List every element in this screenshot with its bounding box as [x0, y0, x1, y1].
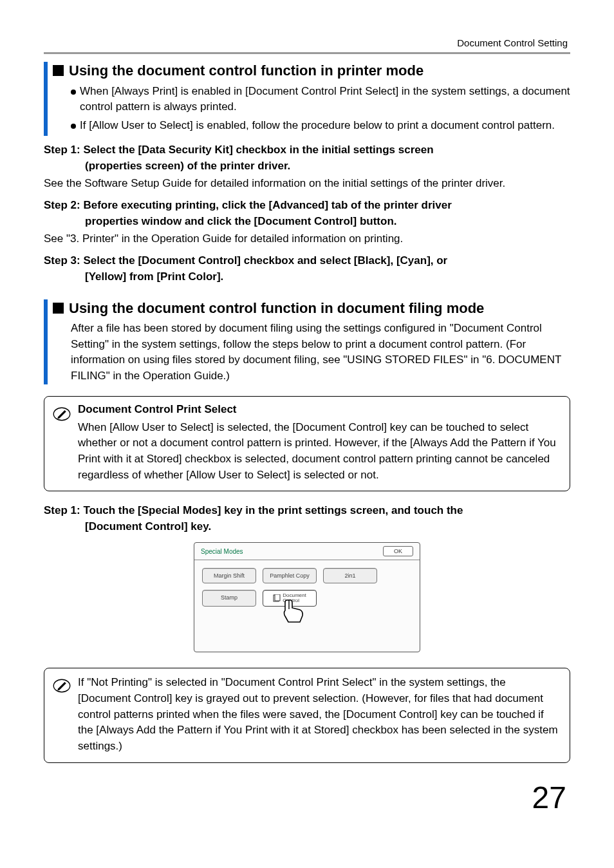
- section2-accent-bar: [44, 299, 48, 384]
- 2in1-button[interactable]: 2in1: [323, 568, 377, 583]
- sec1-step2-text: See "3. Printer" in the Operation Guide …: [44, 231, 570, 247]
- header-section-label: Document Control Setting: [44, 37, 570, 48]
- page-number: 27: [44, 780, 570, 815]
- panel-title: Special Modes: [201, 548, 243, 555]
- section1-bullet-1-text: When [Always Print] is enabled in [Docum…: [80, 84, 570, 115]
- section2-title: Using the document control function in d…: [69, 300, 484, 316]
- ok-button[interactable]: OK: [383, 546, 413, 556]
- section2-heading: Using the document control function in d…: [53, 299, 570, 317]
- note2-text: If "Not Printing" is selected in "Docume…: [78, 675, 561, 754]
- square-bullet-icon: [53, 65, 64, 76]
- sec2-step1-heading: Step 1: Touch the [Special Modes] key in…: [44, 503, 570, 534]
- note1-text: When [Allow User to Select] is selected,…: [78, 420, 561, 484]
- note1-title: Document Control Print Select: [78, 403, 561, 416]
- dot-icon: [71, 124, 76, 129]
- svg-rect-2: [275, 594, 280, 601]
- section1: Using the document control function in p…: [44, 62, 570, 136]
- section1-heading: Using the document control function in p…: [53, 62, 570, 80]
- section1-bullet-1: When [Always Print] is enabled in [Docum…: [71, 84, 570, 115]
- section2: Using the document control function in d…: [44, 299, 570, 384]
- section1-title: Using the document control function in p…: [69, 62, 423, 79]
- pencil-note-icon: [52, 404, 71, 424]
- sec1-step3-heading: Step 3: Select the [Document Control] ch…: [44, 253, 570, 285]
- section1-accent-bar: [44, 62, 48, 136]
- note-box-1: Document Control Print Select When [Allo…: [44, 396, 570, 492]
- note-box-2: If "Not Printing" is selected in "Docume…: [44, 668, 570, 762]
- sec1-step1-heading: Step 1: Select the [Data Security Kit] c…: [44, 142, 570, 174]
- pamphlet-copy-button[interactable]: Pamphlet Copy: [263, 568, 317, 583]
- page-container: Document Control Setting Using the docum…: [0, 0, 614, 841]
- square-bullet-icon: [53, 303, 64, 314]
- document-icon: [273, 594, 281, 602]
- sec1-step2-heading: Step 2: Before executing printing, click…: [44, 198, 570, 229]
- pencil-note-icon: [52, 676, 71, 695]
- header-rule: [44, 52, 570, 54]
- section2-intro: After a file has been stored by document…: [53, 321, 570, 384]
- sec1-step1-text: See the Software Setup Guide for detaile…: [44, 176, 570, 192]
- hand-pointer-icon: [283, 599, 306, 625]
- stamp-button[interactable]: Stamp: [202, 590, 256, 607]
- margin-shift-button[interactable]: Margin Shift: [202, 568, 256, 583]
- section1-bullet-2-text: If [Allow User to Select] is enabled, fo…: [80, 118, 555, 134]
- section1-bullet-2: If [Allow User to Select] is enabled, fo…: [71, 118, 570, 134]
- dot-icon: [71, 90, 76, 95]
- special-modes-illustration: Special Modes OK Margin Shift Pamphlet C…: [194, 542, 420, 652]
